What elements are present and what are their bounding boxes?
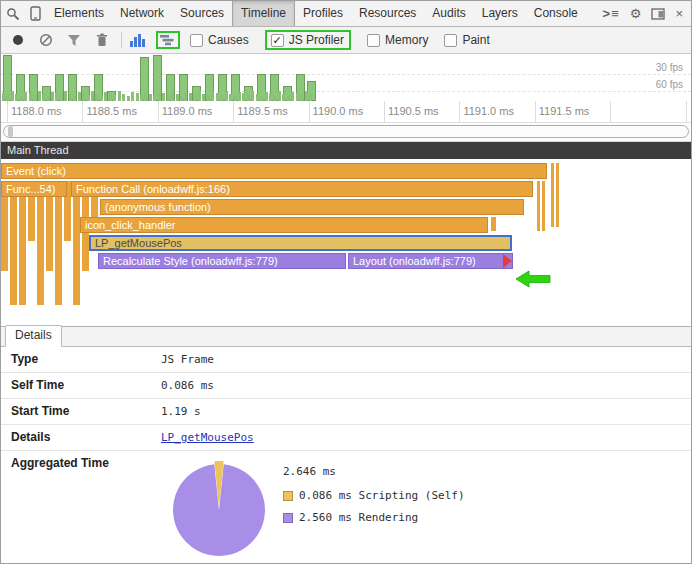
fps-tick bbox=[122, 94, 125, 101]
details-row-value: JS Frame bbox=[161, 353, 214, 366]
device-mode-icon[interactable] bbox=[30, 6, 41, 21]
flame-bar-function-call-onloadwff-js-166[interactable]: Function Call (onloadwff.js:166) bbox=[71, 181, 533, 197]
devtools-window: ElementsNetworkSourcesTimelineProfilesRe… bbox=[0, 0, 692, 564]
checkbox-label: Causes bbox=[208, 33, 249, 47]
fps-tick bbox=[184, 92, 187, 101]
flame-bar-event-click[interactable]: Event (click) bbox=[1, 163, 547, 179]
fps-tick bbox=[211, 92, 214, 101]
main-thread-header[interactable]: Main Thread bbox=[1, 142, 691, 159]
fps-tick bbox=[118, 91, 121, 101]
flame-chart-mode-icon[interactable] bbox=[156, 31, 180, 49]
checkbox-label: JS Profiler bbox=[289, 33, 344, 47]
activity-fragment bbox=[556, 163, 559, 227]
fps-tick bbox=[202, 94, 205, 101]
tab-timeline[interactable]: Timeline bbox=[232, 1, 295, 26]
fps-tick bbox=[189, 93, 192, 101]
tab-network[interactable]: Network bbox=[112, 1, 172, 26]
fps-tick bbox=[2, 93, 5, 101]
checkbox-box[interactable] bbox=[444, 34, 457, 47]
fps-tick bbox=[176, 94, 179, 101]
time-label: 1190.5 ms bbox=[388, 105, 439, 117]
tab-details[interactable]: Details bbox=[5, 325, 62, 347]
overview-window[interactable] bbox=[3, 125, 689, 138]
flame-chart[interactable]: Event (click)Func...54)Function Call (on… bbox=[1, 159, 691, 326]
tab-sources[interactable]: Sources bbox=[172, 1, 232, 26]
fps-60-label: 60 fps bbox=[656, 79, 683, 90]
details-tabbar: Details bbox=[1, 326, 691, 347]
filter-icon[interactable] bbox=[65, 31, 83, 49]
time-label: 1190.0 ms bbox=[313, 105, 364, 117]
inspect-element-icon[interactable] bbox=[6, 7, 20, 21]
clear-icon[interactable] bbox=[37, 31, 55, 49]
annotation-arrow-icon bbox=[515, 269, 551, 289]
checkbox-paint[interactable]: Paint bbox=[444, 33, 489, 47]
garbage-collect-icon[interactable] bbox=[93, 31, 111, 49]
fps-tick bbox=[282, 94, 285, 101]
flame-bar-recalculate-style-onloadwff-js-779[interactable]: Recalculate Style (onloadwff.js:779) bbox=[98, 253, 346, 269]
overview-mode-icon[interactable] bbox=[128, 31, 146, 49]
checkbox-label: Memory bbox=[385, 33, 428, 47]
fps-tick bbox=[305, 91, 308, 101]
fps-tick bbox=[42, 94, 45, 101]
fps-tick bbox=[91, 91, 94, 101]
aggregated-total: 2.646 ms bbox=[283, 465, 465, 478]
flame-bar-icon-click-handler[interactable]: icon_click_handler bbox=[80, 217, 488, 233]
tabbar-right-controls: >≡ ⚙ × bbox=[603, 7, 691, 20]
overview-scrollbar[interactable] bbox=[1, 123, 691, 142]
close-icon[interactable]: × bbox=[675, 7, 683, 20]
activity-stripe bbox=[55, 181, 62, 305]
fps-30-label: 30 fps bbox=[656, 62, 683, 73]
fps-tick bbox=[131, 92, 134, 101]
dock-side-icon[interactable] bbox=[651, 8, 665, 20]
ruler-tick bbox=[309, 101, 310, 122]
fps-tick bbox=[242, 93, 245, 101]
fps-tick bbox=[55, 93, 58, 101]
fps-tick bbox=[11, 91, 14, 101]
console-drawer-icon[interactable]: >≡ bbox=[603, 7, 620, 20]
tab-audits[interactable]: Audits bbox=[424, 1, 473, 26]
flame-bar-func-54[interactable]: Func...54) bbox=[1, 181, 67, 197]
details-function-link[interactable]: LP_getMousePos bbox=[161, 431, 254, 444]
checkbox-box[interactable] bbox=[367, 34, 380, 47]
tab-profiles[interactable]: Profiles bbox=[295, 1, 351, 26]
pie-legend: 2.646 ms 0.086 ms Scripting (Self) 2.560… bbox=[283, 465, 465, 533]
details-row-label: Type bbox=[1, 347, 161, 372]
aggregated-pie-chart bbox=[169, 457, 269, 561]
checkbox-memory[interactable]: Memory bbox=[367, 33, 428, 47]
details-row-self-time: Self Time 0.086 ms bbox=[1, 373, 691, 399]
fps-tick bbox=[269, 93, 272, 101]
checkbox-box[interactable]: ✓ bbox=[271, 34, 284, 47]
timeline-toolbar: Causes✓JS ProfilerMemoryPaint bbox=[1, 27, 691, 54]
fps-tick bbox=[109, 93, 112, 101]
fps-tick bbox=[64, 91, 67, 101]
checkbox-causes[interactable]: Causes bbox=[190, 33, 249, 47]
legend-label: 2.560 ms Rendering bbox=[299, 511, 418, 524]
ruler-tick bbox=[384, 101, 385, 122]
checkbox-js-profiler[interactable]: ✓JS Profiler bbox=[265, 30, 351, 50]
flame-bar-lp-getmousepos[interactable]: LP_getMousePos bbox=[89, 235, 512, 251]
fps-tick bbox=[162, 93, 165, 101]
flame-bar-layout-onloadwff-js-779[interactable]: Layout (onloadwff.js:779) bbox=[348, 253, 513, 269]
tab-resources[interactable]: Resources bbox=[351, 1, 424, 26]
overview-window-grip[interactable] bbox=[8, 126, 13, 137]
record-icon[interactable] bbox=[9, 31, 27, 49]
fps-bars bbox=[1, 54, 691, 101]
tab-layers[interactable]: Layers bbox=[474, 1, 526, 26]
flame-bar-anonymous-function[interactable]: (anonymous function) bbox=[100, 199, 524, 215]
tab-console[interactable]: Console bbox=[526, 1, 586, 26]
fps-tick bbox=[149, 94, 152, 101]
time-label: 1188.0 ms bbox=[11, 105, 62, 117]
fps-tick bbox=[144, 91, 147, 101]
activity-fragment bbox=[537, 181, 540, 231]
tab-elements[interactable]: Elements bbox=[46, 1, 112, 26]
details-row-type: Type JS Frame bbox=[1, 347, 691, 373]
details-row-label: Aggregated Time bbox=[1, 451, 161, 476]
time-ruler: 1188.0 ms1188.5 ms1189.0 ms1189.5 ms1190… bbox=[1, 101, 691, 123]
checkbox-box[interactable] bbox=[190, 34, 203, 47]
details-row-details: Details LP_getMousePos bbox=[1, 425, 691, 451]
ruler-tick bbox=[158, 101, 159, 122]
ruler-tick bbox=[82, 101, 83, 122]
legend-label: 0.086 ms Scripting (Self) bbox=[299, 489, 465, 502]
fps-overview[interactable]: 30 fps 60 fps bbox=[1, 54, 691, 101]
settings-gear-icon[interactable]: ⚙ bbox=[630, 7, 642, 20]
